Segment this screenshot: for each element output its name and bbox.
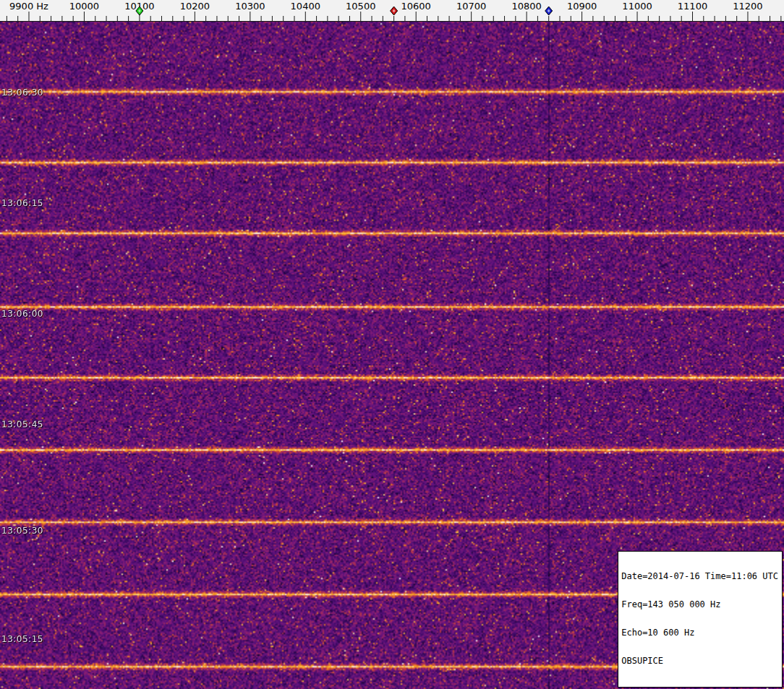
time-label: 13:05:30 xyxy=(1,526,43,536)
freq-tick-label: 10300 xyxy=(235,1,265,12)
freq-tick-label: 10600 xyxy=(401,1,431,12)
info-box: Date=2014-07-16 Time=11:06 UTC Freq=143 … xyxy=(618,551,783,688)
freq-tick-label: 9900 Hz xyxy=(9,1,48,12)
time-label: 13:06:30 xyxy=(1,87,43,98)
freq-tick-label: 10700 xyxy=(456,1,486,12)
freq-tick-label: 10400 xyxy=(291,1,320,12)
info-freq-line: Freq=143 050 000 Hz xyxy=(621,600,778,609)
freq-tick-label: 10200 xyxy=(180,1,210,12)
freq-tick-label: 10000 xyxy=(69,1,99,12)
freq-tick-label: 10800 xyxy=(511,1,541,12)
freq-tick-label: 11000 xyxy=(622,1,652,12)
time-label: 13:06:15 xyxy=(1,198,43,208)
freq-tick-label: 10500 xyxy=(346,1,375,12)
info-station-line: OBSUPICE xyxy=(621,656,778,666)
time-label: 13:05:45 xyxy=(1,419,43,429)
freq-tick-label: 11100 xyxy=(678,1,707,12)
frequency-ruler: 9900 Hz100001010010200103001040010500106… xyxy=(0,0,784,22)
spectrogram-app: 9900 Hz100001010010200103001040010500106… xyxy=(0,0,784,689)
freq-tick-label: 11200 xyxy=(733,1,762,12)
freq-tick-label: 10900 xyxy=(567,1,597,12)
info-echo-line: Echo=10 600 Hz xyxy=(621,628,778,638)
frequency-axis[interactable]: 9900 Hz100001010010200103001040010500106… xyxy=(0,0,784,22)
time-label: 13:06:00 xyxy=(1,309,43,319)
waterfall-display[interactable]: 13:06:3013:06:1513:06:0013:05:4513:05:30… xyxy=(0,22,784,689)
time-label: 13:05:15 xyxy=(1,634,43,644)
info-date-line: Date=2014-07-16 Time=11:06 UTC xyxy=(621,572,778,581)
